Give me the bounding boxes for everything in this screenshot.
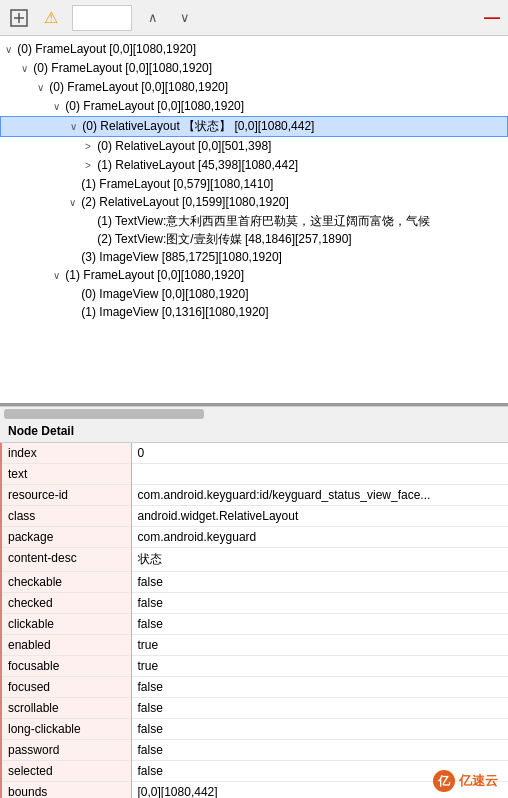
tree-node-text: (0) FrameLayout [0,0][1080,1920] <box>14 42 196 56</box>
tree-node-text: (1) ImageView [0,1316][1080,1920] <box>78 305 269 319</box>
detail-row: focusable true <box>1 656 508 677</box>
detail-value: false <box>131 698 508 719</box>
tree-node[interactable]: (1) ImageView [0,1316][1080,1920] <box>0 303 508 321</box>
detail-key: resource-id <box>1 485 131 506</box>
detail-key: enabled <box>1 635 131 656</box>
tree-node[interactable]: ∨ (1) FrameLayout [0,0][1080,1920] <box>0 266 508 285</box>
tree-node-text: (0) RelativeLayout 【状态】 [0,0][1080,442] <box>79 119 314 133</box>
tree-node[interactable]: > (1) RelativeLayout [45,398][1080,442] <box>0 156 508 175</box>
detail-key: checkable <box>1 572 131 593</box>
tree-node-text: (0) FrameLayout [0,0][1080,1920] <box>62 99 244 113</box>
detail-key: scrollable <box>1 698 131 719</box>
detail-key: clickable <box>1 614 131 635</box>
detail-panel: Node Detail index 0 text resource-id com… <box>0 420 508 798</box>
warning-icon[interactable]: ⚠ <box>40 7 62 29</box>
detail-value: false <box>131 761 508 782</box>
detail-row: bounds [0,0][1080,442] <box>1 782 508 799</box>
detail-key: password <box>1 740 131 761</box>
detail-row: scrollable false <box>1 698 508 719</box>
tree-node[interactable]: ∨ (0) FrameLayout [0,0][1080,1920] <box>0 97 508 116</box>
detail-row: checkable false <box>1 572 508 593</box>
tree-node[interactable]: (2) TextView:图文/壹刻传媒 [48,1846][257,1890] <box>0 230 508 248</box>
tree-node-text: (0) RelativeLayout [0,0][501,398] <box>94 139 271 153</box>
detail-value: false <box>131 614 508 635</box>
tree-node-text: (0) FrameLayout [0,0][1080,1920] <box>30 61 212 75</box>
detail-row: checked false <box>1 593 508 614</box>
tree-node[interactable]: > (0) RelativeLayout [0,0][501,398] <box>0 137 508 156</box>
detail-row: clickable false <box>1 614 508 635</box>
detail-value: android.widget.RelativeLayout <box>131 506 508 527</box>
tree-toggle[interactable]: > <box>82 138 94 156</box>
detail-row: focused false <box>1 677 508 698</box>
tree-node[interactable]: ∨ (0) FrameLayout [0,0][1080,1920] <box>0 40 508 59</box>
preview-box <box>72 5 132 31</box>
detail-key: focused <box>1 677 131 698</box>
tree-node-text: (3) ImageView [885,1725][1080,1920] <box>78 250 282 264</box>
tree-toggle[interactable]: ∨ <box>2 41 14 59</box>
detail-value: 状态 <box>131 548 508 572</box>
detail-key: index <box>1 443 131 464</box>
detail-key: long-clickable <box>1 719 131 740</box>
tree-node[interactable]: (1) TextView:意大利西西里首府巴勒莫，这里辽阔而富饶，气候 <box>0 212 508 230</box>
tree-toggle[interactable]: ∨ <box>66 194 78 212</box>
tree-node-text: (1) RelativeLayout [45,398][1080,442] <box>94 158 298 172</box>
detail-row: text <box>1 464 508 485</box>
detail-value: com.android.keyguard <box>131 527 508 548</box>
detail-value: [0,0][1080,442] <box>131 782 508 799</box>
tree-toggle[interactable]: ∨ <box>18 60 30 78</box>
tree-node-text: (1) TextView:意大利西西里首府巴勒莫，这里辽阔而富饶，气候 <box>94 214 430 228</box>
tree-node-text: (0) FrameLayout [0,0][1080,1920] <box>46 80 228 94</box>
detail-value: true <box>131 656 508 677</box>
detail-row: package com.android.keyguard <box>1 527 508 548</box>
tree-panel-wrap: ∨ (0) FrameLayout [0,0][1080,1920]∨ (0) … <box>0 36 508 420</box>
detail-row: class android.widget.RelativeLayout <box>1 506 508 527</box>
down-button[interactable]: ∨ <box>174 7 196 29</box>
detail-table: index 0 text resource-id com.android.key… <box>0 443 508 798</box>
detail-value <box>131 464 508 485</box>
detail-value: false <box>131 677 508 698</box>
tree-toggle[interactable]: ∨ <box>50 98 62 116</box>
detail-value: false <box>131 572 508 593</box>
tree-hscroll-thumb[interactable] <box>4 409 204 419</box>
up-button[interactable]: ∧ <box>142 7 164 29</box>
tree-node[interactable]: ∨ (0) FrameLayout [0,0][1080,1920] <box>0 78 508 97</box>
tree-node-text: (1) FrameLayout [0,579][1080,1410] <box>78 177 273 191</box>
detail-row: password false <box>1 740 508 761</box>
detail-value: true <box>131 635 508 656</box>
add-button[interactable] <box>8 7 30 29</box>
detail-key: focusable <box>1 656 131 677</box>
detail-row: index 0 <box>1 443 508 464</box>
tree-toggle[interactable]: ∨ <box>50 267 62 285</box>
detail-key: bounds <box>1 782 131 799</box>
detail-value: false <box>131 740 508 761</box>
tree-toggle[interactable]: > <box>82 157 94 175</box>
detail-key: text <box>1 464 131 485</box>
detail-row: resource-id com.android.keyguard:id/keyg… <box>1 485 508 506</box>
tree-node[interactable]: ∨ (0) RelativeLayout 【状态】 [0,0][1080,442… <box>0 116 508 137</box>
tree-node[interactable]: (1) FrameLayout [0,579][1080,1410] <box>0 175 508 193</box>
tree-node[interactable]: ∨ (0) FrameLayout [0,0][1080,1920] <box>0 59 508 78</box>
tree-node[interactable]: ∨ (2) RelativeLayout [0,1599][1080,1920] <box>0 193 508 212</box>
tree-node[interactable]: (3) ImageView [885,1725][1080,1920] <box>0 248 508 266</box>
detail-key: class <box>1 506 131 527</box>
minus-button[interactable]: — <box>484 9 500 27</box>
tree-node-text: (2) TextView:图文/壹刻传媒 [48,1846][257,1890] <box>94 232 352 246</box>
detail-header: Node Detail <box>0 420 508 443</box>
detail-key: selected <box>1 761 131 782</box>
tree-hscrollbar[interactable] <box>0 406 508 420</box>
detail-row: selected false <box>1 761 508 782</box>
tree-node[interactable]: (0) ImageView [0,0][1080,1920] <box>0 285 508 303</box>
detail-value: 0 <box>131 443 508 464</box>
detail-key: content-desc <box>1 548 131 572</box>
tree-toggle[interactable]: ∨ <box>34 79 46 97</box>
detail-row: long-clickable false <box>1 719 508 740</box>
tree-node-text: (2) RelativeLayout [0,1599][1080,1920] <box>78 195 289 209</box>
detail-value: false <box>131 719 508 740</box>
detail-value: com.android.keyguard:id/keyguard_status_… <box>131 485 508 506</box>
detail-key: package <box>1 527 131 548</box>
tree-toggle[interactable]: ∨ <box>67 118 79 136</box>
tree-panel[interactable]: ∨ (0) FrameLayout [0,0][1080,1920]∨ (0) … <box>0 36 508 406</box>
detail-row: enabled true <box>1 635 508 656</box>
tree-node-text: (1) FrameLayout [0,0][1080,1920] <box>62 268 244 282</box>
detail-key: checked <box>1 593 131 614</box>
